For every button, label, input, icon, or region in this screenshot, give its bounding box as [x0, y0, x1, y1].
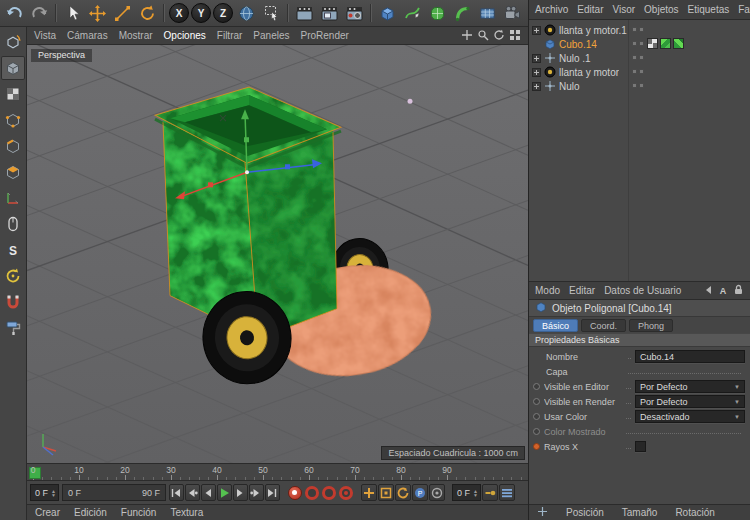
redo-icon[interactable] [28, 2, 51, 25]
toggle-record-position[interactable] [361, 484, 377, 501]
texture-tag-icon[interactable] [660, 38, 671, 49]
camera-object-icon[interactable] [501, 2, 524, 25]
tab-coord[interactable]: Coord. [581, 319, 626, 332]
menu-prorender[interactable]: ProRender [301, 30, 349, 41]
pin-a-icon[interactable]: A [718, 285, 728, 297]
column-posicion[interactable]: Posición [566, 507, 604, 518]
render-to-picture-viewer-icon[interactable] [318, 2, 341, 25]
zoom-view-icon[interactable] [477, 29, 489, 43]
expand-icon[interactable] [532, 82, 541, 91]
menu-funcion[interactable]: Función [121, 507, 157, 518]
texture-tag-icon[interactable] [673, 38, 684, 49]
render-visibility-dot[interactable] [639, 69, 644, 74]
make-editable-icon[interactable] [1, 30, 25, 54]
section-header[interactable]: Propiedades Básicas [529, 333, 750, 347]
render-visibility-dot[interactable] [639, 27, 644, 32]
menu-favoritos[interactable]: Favorit [738, 4, 750, 15]
goto-start-button[interactable] [169, 484, 184, 501]
undo-icon[interactable] [3, 2, 26, 25]
toggle-record-parameter[interactable]: P [412, 484, 428, 501]
previous-key-button[interactable] [185, 484, 200, 501]
menu-mostrar[interactable]: Mostrar [119, 30, 153, 41]
viewport-canvas[interactable]: Perspectiva Espaciado Cuadricula : 1000 … [27, 45, 528, 463]
animation-bullet[interactable] [533, 428, 540, 435]
move-tool-icon[interactable] [86, 2, 109, 25]
texture-mode-icon[interactable] [1, 82, 25, 106]
rotate-tool-icon[interactable] [136, 2, 159, 25]
menu-visor[interactable]: Visor [612, 4, 635, 15]
name-field[interactable]: Cubo.14 [635, 350, 745, 363]
editor-visibility-dot[interactable] [632, 69, 637, 74]
scene-svg[interactable] [27, 45, 528, 463]
record-keyframe-button[interactable] [288, 486, 302, 500]
rectangle-selection-icon[interactable] [260, 2, 283, 25]
toggle-record-scale[interactable] [378, 484, 394, 501]
edit-render-settings-icon[interactable] [343, 2, 366, 25]
pan-view-icon[interactable] [461, 29, 473, 43]
autokeying-button[interactable] [305, 486, 319, 500]
animation-bullet[interactable] [533, 443, 540, 450]
render-visibility-dot[interactable] [639, 55, 644, 60]
render-visibility-dot[interactable] [639, 83, 644, 88]
object-row-llanta-1[interactable]: llanta y motor.1 [529, 23, 750, 37]
floor-object-icon[interactable] [476, 2, 499, 25]
coordinate-system-icon[interactable] [235, 2, 258, 25]
play-button[interactable] [217, 484, 232, 501]
menu-crear[interactable]: Crear [35, 507, 60, 518]
menu-etiquetas[interactable]: Etiquetas [688, 4, 730, 15]
column-tamano[interactable]: Tamaño [622, 507, 658, 518]
lock-y-axis-button[interactable]: Y [191, 3, 211, 23]
paint-tool-icon[interactable] [1, 316, 25, 340]
visible-render-dropdown[interactable]: Por Defecto▼ [635, 395, 745, 408]
object-manager-list[interactable]: llanta y motor.1 Cubo.14 Nulo .1 [529, 20, 750, 282]
timeline-ruler[interactable]: 0 10 20 30 40 50 60 70 80 90 [27, 463, 528, 480]
add-cube-primitive-icon[interactable] [376, 2, 399, 25]
menu-camaras[interactable]: Cámaras [67, 30, 108, 41]
object-row-nulo-1[interactable]: Nulo .1 [529, 51, 750, 65]
render-visibility-dot[interactable] [639, 41, 644, 46]
freehand-spline-icon[interactable] [401, 2, 424, 25]
viewport-select-icon[interactable] [1, 212, 25, 236]
column-rotacion[interactable]: Rotación [675, 507, 714, 518]
subdivision-surface-icon[interactable] [426, 2, 449, 25]
tab-phong[interactable]: Phong [629, 319, 673, 332]
goto-end-button[interactable] [265, 484, 280, 501]
model-mode-icon[interactable] [1, 56, 25, 80]
menu-am-editar[interactable]: Editar [569, 285, 595, 296]
animation-bullet[interactable] [533, 413, 540, 420]
toggle-quad-view-icon[interactable] [509, 29, 521, 43]
menu-edicion[interactable]: Edición [74, 507, 107, 518]
rayos-x-checkbox[interactable] [635, 441, 646, 452]
record-toggle-button[interactable] [322, 486, 336, 500]
menu-textura[interactable]: Textura [170, 507, 203, 518]
record-toggle-dot-button[interactable] [339, 486, 353, 500]
menu-objetos[interactable]: Objetos [644, 4, 678, 15]
menu-paneles[interactable]: Paneles [253, 30, 289, 41]
axis-mode-icon[interactable] [1, 186, 25, 210]
editor-visibility-dot[interactable] [632, 27, 637, 32]
expand-icon[interactable] [532, 54, 541, 63]
next-frame-button[interactable] [233, 484, 248, 501]
animation-bullet[interactable] [533, 383, 540, 390]
render-view-icon[interactable] [293, 2, 316, 25]
object-row-nulo-2[interactable]: Nulo [529, 79, 750, 93]
tab-basico[interactable]: Básico [533, 319, 578, 332]
editor-visibility-dot[interactable] [632, 41, 637, 46]
live-selection-icon[interactable] [61, 2, 84, 25]
menu-modo[interactable]: Modo [535, 285, 560, 296]
current-frame-spinner[interactable]: 0 F▲▼ [30, 484, 59, 501]
menu-filtrar[interactable]: Filtrar [217, 30, 243, 41]
animation-bullet[interactable] [533, 398, 540, 405]
rotate-view-icon[interactable] [493, 29, 505, 43]
history-back-icon[interactable] [703, 285, 713, 297]
menu-datos-usuario[interactable]: Datos de Usuario [604, 285, 681, 296]
visible-editor-dropdown[interactable]: Por Defecto▼ [635, 380, 745, 393]
lock-x-axis-button[interactable]: X [169, 3, 189, 23]
rotate-workplane-icon[interactable] [1, 264, 25, 288]
snap-icon[interactable]: S [1, 238, 25, 262]
preview-range-slider[interactable]: 0 F90 F [62, 484, 166, 501]
menu-vista[interactable]: Vista [34, 30, 56, 41]
menu-archivo[interactable]: Archivo [535, 4, 568, 15]
lock-z-axis-button[interactable]: Z [213, 3, 233, 23]
point-mode-icon[interactable] [1, 108, 25, 132]
